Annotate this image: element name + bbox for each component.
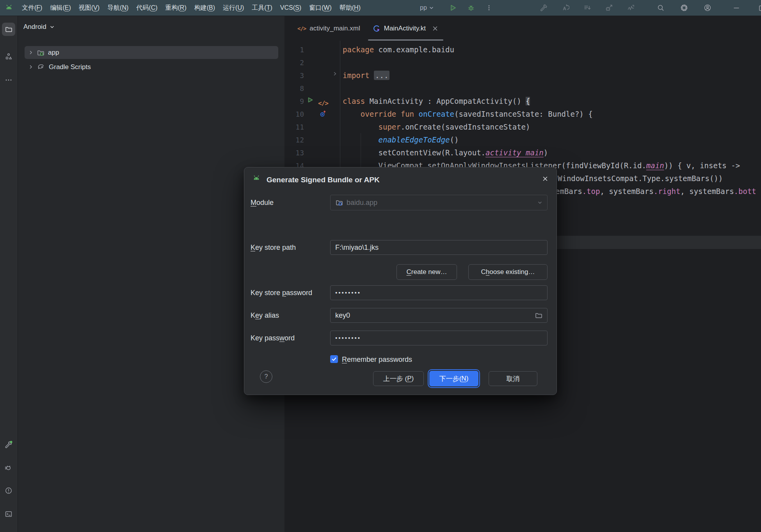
run-play-icon[interactable]: [307, 97, 313, 103]
remember-passwords-label: Remember passwords: [342, 356, 412, 364]
android-studio-logo-icon: [5, 4, 13, 12]
resource-structure-icon[interactable]: [2, 50, 15, 63]
menu-文件[interactable]: 文件(F): [18, 0, 46, 16]
create-new-button[interactable]: Create new…: [397, 264, 457, 280]
code-line: 11 super.onCreate(savedInstanceState): [285, 121, 761, 133]
line-number: 1: [285, 43, 304, 56]
tab-label: MainActivity.kt: [384, 25, 426, 32]
key-alias-label: Key alias: [251, 311, 279, 320]
chevron-down-icon: [50, 25, 55, 30]
chevron-right-icon[interactable]: [28, 50, 34, 55]
tree-item-app[interactable]: app: [25, 46, 278, 59]
cancel-button[interactable]: 取消: [489, 371, 537, 386]
key-store-password-label: Key store password: [251, 289, 312, 297]
code-text: setContentView(R.layout.activity_main): [343, 146, 548, 159]
module-folder-icon: [37, 49, 44, 57]
minimize-icon[interactable]: [731, 2, 742, 14]
previous-step-button[interactable]: 上一步 (P): [373, 371, 424, 386]
module-label: Module: [251, 199, 274, 207]
key-password-value: ••••••••: [335, 331, 361, 345]
profiler-icon[interactable]: [625, 2, 637, 14]
build-hammer-icon[interactable]: [2, 438, 15, 451]
search-everywhere-icon[interactable]: [655, 2, 667, 14]
help-button[interactable]: ?: [260, 370, 272, 383]
next-step-button[interactable]: 下一步(N): [429, 371, 478, 386]
apply-code-changes-icon[interactable]: [581, 2, 593, 14]
apply-changes-restart-icon[interactable]: [560, 2, 571, 14]
line-number: 3: [285, 69, 304, 82]
menu-窗口[interactable]: 窗口(W): [305, 0, 336, 16]
project-view-selector[interactable]: Android: [23, 23, 55, 31]
run-configuration-select[interactable]: pp: [420, 0, 434, 16]
line-number: 9: [285, 95, 304, 108]
fold-chevron-icon[interactable]: [332, 71, 338, 77]
project-folder-icon[interactable]: [2, 23, 15, 36]
build-icon[interactable]: [538, 2, 549, 14]
debug-icon[interactable]: [465, 2, 477, 14]
partial-tool-icon[interactable]: [2, 529, 15, 532]
tree-item-gradle-scripts[interactable]: Gradle Scripts: [25, 60, 278, 73]
maximize-icon[interactable]: [756, 2, 761, 14]
problems-icon[interactable]: [2, 484, 15, 497]
module-value: baidu.app: [347, 199, 377, 207]
line-number: 8: [285, 82, 304, 95]
key-store-path-value: F:\miyao\1.jks: [335, 244, 379, 252]
tab-activity-main-xml[interactable]: </>activity_main.xml: [291, 16, 366, 41]
close-icon[interactable]: [542, 175, 549, 182]
choose-existing-button[interactable]: Choose existing…: [468, 264, 548, 280]
code-line: 2: [285, 56, 761, 69]
chevron-down-icon: [429, 5, 434, 11]
menu-编辑[interactable]: 编辑(E): [46, 0, 75, 16]
line-number: 12: [285, 133, 304, 146]
folder-icon[interactable]: [535, 311, 542, 319]
code-text: class MainActivity : AppCompatActivity()…: [343, 95, 530, 108]
key-alias-value: key0: [335, 311, 350, 320]
line-number: 11: [285, 121, 304, 133]
key-store-password-input[interactable]: ••••••••: [330, 285, 548, 300]
code-line: 3import ...: [285, 69, 761, 82]
key-password-label: Key password: [251, 334, 295, 342]
gradle-icon: [37, 63, 45, 71]
code-line: 8: [285, 82, 761, 95]
more-horizontal-icon[interactable]: [2, 73, 15, 87]
menu-构建[interactable]: 构建(B): [190, 0, 219, 16]
close-icon[interactable]: [432, 25, 439, 32]
terminal-icon[interactable]: [2, 507, 15, 521]
menu-运行[interactable]: 运行(U): [219, 0, 248, 16]
tab-mainactivity-kt[interactable]: MainActivity.kt: [366, 16, 445, 41]
code-line: 9</>class MainActivity : AppCompatActivi…: [285, 95, 761, 108]
chevron-down-icon: [537, 200, 542, 205]
run-icon[interactable]: [447, 2, 459, 14]
menu-代码[interactable]: 代码(C): [132, 0, 161, 16]
line-number: 13: [285, 146, 304, 159]
account-icon[interactable]: [702, 2, 713, 14]
attach-debugger-icon[interactable]: [603, 2, 615, 14]
tab-label: activity_main.xml: [309, 25, 360, 32]
key-store-path-input[interactable]: F:\miyao\1.jks: [330, 240, 548, 255]
settings-icon[interactable]: [678, 2, 690, 14]
menu-bar: 文件(F)编辑(E)视图(V)导航(N)代码(C)重构(R)构建(B)运行(U)…: [18, 0, 364, 16]
module-select[interactable]: baidu.app: [330, 195, 548, 210]
menu-导航[interactable]: 导航(N): [103, 0, 132, 16]
override-icon[interactable]: [319, 110, 326, 117]
more-vertical-icon[interactable]: [483, 2, 495, 14]
code-line: 1package com.example.baidu: [285, 43, 761, 56]
code-text: emBars.top, systemBars.right, systemBars…: [555, 185, 756, 198]
key-alias-input[interactable]: key0: [330, 308, 548, 323]
project-view-title: Android: [23, 23, 46, 31]
code-text: import ...: [343, 69, 389, 82]
chevron-right-icon[interactable]: [28, 64, 34, 69]
tree-item-label: app: [48, 49, 59, 57]
key-password-input[interactable]: ••••••••: [330, 331, 548, 345]
remember-passwords-checkbox[interactable]: [330, 355, 338, 363]
menu-工具[interactable]: 工具(T): [248, 0, 276, 16]
check-icon: [331, 356, 337, 362]
menu-帮助[interactable]: 帮助(H): [336, 0, 364, 16]
menu-视图[interactable]: 视图(V): [75, 0, 103, 16]
menu-vcs[interactable]: VCS(S): [276, 0, 305, 16]
code-text: override fun onCreate(savedInstanceState…: [343, 108, 593, 121]
xml-file-icon: </>: [297, 25, 306, 32]
android-robot-icon: [252, 174, 261, 183]
menu-重构[interactable]: 重构(R): [162, 0, 190, 16]
logcat-icon[interactable]: [2, 461, 15, 475]
